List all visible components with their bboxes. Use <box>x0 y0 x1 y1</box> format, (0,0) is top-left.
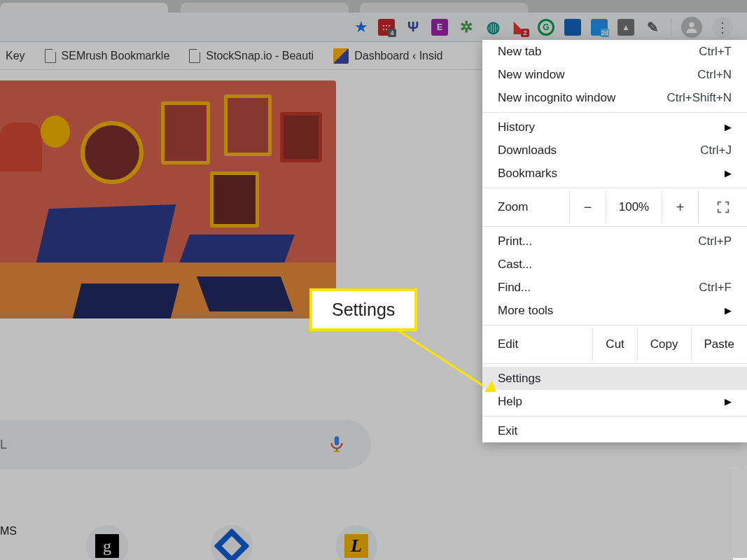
shortcut-icon <box>211 525 253 560</box>
bookmark-item[interactable]: SEMrush Bookmarkle <box>45 49 170 63</box>
bookmark-star-icon[interactable]: ★ <box>354 18 368 36</box>
tab-strip <box>0 0 747 13</box>
shortcut-icon: L <box>335 525 377 560</box>
menu-label: Exit <box>498 424 517 438</box>
shortcut-item[interactable]: Chase.com <box>186 525 277 560</box>
tab[interactable] <box>360 3 528 13</box>
submenu-arrow-icon: ▶ <box>725 168 732 178</box>
submenu-arrow-icon: ▶ <box>725 396 732 407</box>
menu-shortcut: Ctrl+F <box>699 281 732 295</box>
menu-label: Edit <box>498 337 518 351</box>
extension-icon[interactable]: Ψ <box>405 19 421 36</box>
extension-icon[interactable]: 2d <box>591 19 608 36</box>
bookmark-label: Key <box>6 50 25 62</box>
bookmark-item[interactable]: StockSnap.io - Beauti <box>189 49 314 63</box>
menu-item-more-tools[interactable]: More tools ▶ <box>482 299 747 322</box>
shortcut-row: MS g Getty Images Chase.com L Content In… <box>0 525 420 560</box>
menu-divider <box>482 416 747 416</box>
shortcut-item[interactable]: MS <box>0 525 28 560</box>
menu-label: Downloads <box>498 144 557 158</box>
google-doodle[interactable] <box>0 80 336 318</box>
document-icon <box>189 49 200 63</box>
search-text: L <box>0 438 7 452</box>
menu-divider <box>482 188 747 188</box>
fullscreen-button[interactable] <box>698 191 747 223</box>
overflow-menu: New tab Ctrl+T New window Ctrl+N New inc… <box>482 40 747 442</box>
bookmark-item[interactable]: Dashboard ‹ Insid <box>333 48 442 64</box>
paste-button[interactable]: Paste <box>691 328 747 360</box>
menu-item-settings[interactable]: Settings <box>482 367 747 390</box>
menu-item-edit: Edit Cut Copy Paste <box>482 328 747 360</box>
menu-item-history[interactable]: History ▶ <box>482 115 747 139</box>
extension-icon[interactable]: :::4 <box>378 19 395 36</box>
overflow-menu-button[interactable]: ⋮ <box>712 17 733 38</box>
menu-item-downloads[interactable]: Downloads Ctrl+J <box>482 139 747 162</box>
shortcut-item[interactable]: L Content Index <box>311 525 402 560</box>
menu-label: History <box>498 120 535 134</box>
profile-avatar-icon[interactable] <box>681 17 702 38</box>
menu-shortcut: Ctrl+Shift+N <box>666 91 732 105</box>
menu-item-cast[interactable]: Cast... <box>482 253 747 276</box>
menu-label: Print... <box>498 234 532 248</box>
toolbar: ★ :::4 Ψ E ✲ ◍ ◣2 G 2d ▴ ✎ ⋮ <box>0 13 747 42</box>
extension-icon[interactable] <box>564 19 581 36</box>
zoom-value: 100% <box>606 191 662 223</box>
bookmark-label: Dashboard ‹ Insid <box>354 50 442 62</box>
submenu-arrow-icon: ▶ <box>725 305 732 316</box>
menu-label: More tools <box>498 304 553 318</box>
annotation-callout: Settings <box>309 288 417 331</box>
extension-icon[interactable]: ◍ <box>484 19 501 36</box>
bookmark-item[interactable]: Key <box>6 50 25 62</box>
menu-shortcut: Ctrl+J <box>700 144 732 158</box>
zoom-out-button[interactable]: − <box>569 191 606 223</box>
menu-label: Settings <box>498 372 540 386</box>
scrollbar-thumb[interactable] <box>733 467 747 558</box>
menu-label: Bookmarks <box>498 167 557 181</box>
shortcut-label: MS <box>0 525 28 538</box>
menu-item-find[interactable]: Find... Ctrl+F <box>482 276 747 299</box>
tab[interactable] <box>181 3 349 13</box>
voice-search-icon[interactable] <box>328 435 346 455</box>
extension-icon[interactable]: ◣2 <box>511 19 528 36</box>
menu-label: Cast... <box>498 258 532 272</box>
zoom-in-button[interactable]: + <box>662 191 698 223</box>
menu-item-new-tab[interactable]: New tab Ctrl+T <box>482 40 747 63</box>
submenu-arrow-icon: ▶ <box>725 122 732 132</box>
menu-item-new-incognito[interactable]: New incognito window Ctrl+Shift+N <box>482 86 747 109</box>
menu-shortcut: Ctrl+N <box>697 68 732 82</box>
menu-label: Zoom <box>498 200 528 214</box>
menu-divider <box>482 325 747 326</box>
extension-icon[interactable]: ✎ <box>644 19 661 36</box>
bookmark-label: SEMrush Bookmarkle <box>62 50 170 62</box>
extension-icon[interactable]: ▴ <box>617 19 634 36</box>
menu-item-print[interactable]: Print... Ctrl+P <box>482 230 747 253</box>
shortcut-icon: g <box>86 525 128 560</box>
cut-button[interactable]: Cut <box>592 328 636 360</box>
menu-divider <box>482 363 747 364</box>
extension-icons: :::4 Ψ E ✲ ◍ ◣2 G 2d ▴ ✎ <box>378 19 661 36</box>
extension-icon[interactable]: E <box>431 19 448 36</box>
menu-item-help[interactable]: Help ▶ <box>482 390 747 413</box>
menu-item-zoom: Zoom − 100% + <box>482 191 747 223</box>
extension-icon[interactable]: ✲ <box>458 19 475 36</box>
menu-label: Find... <box>498 281 531 295</box>
search-bar[interactable]: L <box>0 420 371 469</box>
menu-item-exit[interactable]: Exit <box>482 419 747 442</box>
menu-label: Help <box>498 395 522 409</box>
callout-label: Settings <box>309 288 417 331</box>
dashboard-favicon <box>333 48 349 64</box>
menu-item-new-window[interactable]: New window Ctrl+N <box>482 63 747 86</box>
svg-rect-1 <box>335 436 340 445</box>
menu-label: New tab <box>498 45 541 59</box>
menu-shortcut: Ctrl+P <box>698 234 732 248</box>
shortcut-item[interactable]: g Getty Images <box>62 525 153 560</box>
copy-button[interactable]: Copy <box>637 328 691 360</box>
menu-divider <box>482 112 747 113</box>
bookmark-label: StockSnap.io - Beauti <box>206 50 314 62</box>
menu-item-bookmarks[interactable]: Bookmarks ▶ <box>482 162 747 185</box>
menu-divider <box>482 226 747 227</box>
menu-label: New incognito window <box>498 91 615 105</box>
extension-icon[interactable]: G <box>538 19 554 36</box>
document-icon <box>45 49 56 63</box>
active-tab[interactable] <box>0 3 168 13</box>
